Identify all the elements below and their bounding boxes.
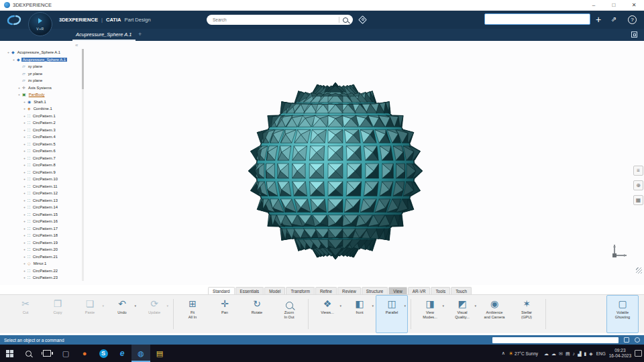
weather-widget[interactable]: 27°C Sunny	[508, 351, 538, 357]
ribbon-button-ambience-and-camera[interactable]: ◉Ambience and Camera	[478, 295, 511, 333]
volume-icon[interactable]: ♪	[573, 351, 576, 356]
mail-icon[interactable]: ✉	[559, 351, 563, 356]
ribbon-button-views[interactable]: ❖▾Views...	[311, 295, 343, 333]
tree-item-circpattern-12[interactable]: +∷CircPattern.12	[5, 190, 80, 197]
ribbon-button-view-modes[interactable]: ◨▾View Modes...	[414, 295, 446, 333]
tree-item-circpattern-15[interactable]: +∷CircPattern.15	[5, 211, 80, 219]
clock[interactable]: 09:23 16-04-2023	[609, 348, 631, 359]
new-tab-button[interactable]: +	[138, 29, 142, 41]
ribbon-button-cut[interactable]: ✂Cut	[9, 295, 42, 333]
axis-triad-icon[interactable]	[610, 239, 629, 258]
tree-item-circpattern-20[interactable]: +∷CircPattern.20	[5, 246, 80, 253]
cloud-icon[interactable]: ☁	[544, 351, 549, 356]
ribbon-button-visual-quality[interactable]: ◩▾Visual Quality...	[446, 295, 478, 333]
ribbon-button-rotate[interactable]: ↻Rotate	[241, 295, 273, 333]
language-indicator[interactable]: ENG	[596, 351, 606, 356]
tree-item-acupressure-sphere-a-1[interactable]: +◆Acupressure_Sphere A.1	[5, 49, 80, 56]
dropdown-arrow-icon[interactable]: ▾	[102, 304, 104, 308]
dropdown-arrow-icon[interactable]: ▾	[372, 304, 374, 308]
help-globe-icon[interactable]	[628, 15, 637, 24]
ribbon-tab-essentials[interactable]: Essentials	[235, 287, 264, 294]
restore-layout-icon[interactable]	[631, 32, 637, 38]
tree-item-circpattern-4[interactable]: +∷CircPattern.4	[5, 133, 80, 141]
ribbon-button-update[interactable]: ⟳▾Update	[138, 295, 170, 333]
ribbon-tab-transform[interactable]: Transform	[286, 287, 314, 294]
ribbon-tab-ar-vr[interactable]: AR-VR	[408, 287, 431, 294]
command-input[interactable]	[492, 337, 619, 343]
battery-icon[interactable]: ▮	[584, 351, 586, 356]
task-view-button[interactable]	[38, 345, 56, 362]
resize-handle-icon[interactable]	[636, 267, 642, 274]
dropdown-arrow-icon[interactable]: ▾	[339, 304, 341, 308]
app-window-icon[interactable]: ▢	[56, 345, 75, 362]
tree-item-xy-plane[interactable]: ▱xy plane	[5, 63, 80, 70]
browser-icon[interactable]: ●	[75, 345, 94, 362]
dropdown-arrow-icon[interactable]: ▾	[134, 304, 136, 308]
tree-item-circpattern-1[interactable]: +∷CircPattern.1	[5, 113, 80, 120]
edge-icon[interactable]: e	[113, 345, 131, 362]
collapse-tree-icon[interactable]	[75, 42, 78, 48]
tree-item-circpattern-23[interactable]: +∷CircPattern.23	[5, 274, 80, 282]
tree-scrollbar[interactable]	[82, 49, 84, 281]
share-icon[interactable]	[609, 15, 619, 24]
ribbon-button-front[interactable]: ◧▾front	[343, 295, 376, 333]
tray-expand-icon[interactable]	[502, 351, 505, 356]
ribbon-button-undo[interactable]: ↶▾Undo	[106, 295, 138, 333]
tree-item-circpattern-13[interactable]: +∷CircPattern.13	[5, 197, 80, 204]
tree-item-mirror-1[interactable]: +◇Mirror.1	[5, 260, 80, 267]
maximize-button[interactable]	[604, 0, 624, 11]
add-content-button[interactable]: +	[593, 11, 604, 29]
ribbon-tab-review[interactable]: Review	[337, 287, 361, 294]
tree-scrollbar-thumb[interactable]	[82, 49, 84, 89]
3d-compass-widget[interactable]: V+R	[28, 12, 52, 36]
tree-item-circpattern-11[interactable]: +∷CircPattern.11	[5, 183, 80, 190]
ribbon-tab-view[interactable]: View	[388, 287, 407, 294]
ribbon-button-copy[interactable]: ❐Copy	[42, 295, 74, 333]
tree-item-circpattern-5[interactable]: +∷CircPattern.5	[5, 141, 80, 148]
ribbon-tab-standard[interactable]: Standard	[208, 287, 235, 294]
taskbar-search-button[interactable]	[19, 345, 38, 362]
tree-item-circpattern-18[interactable]: +∷CircPattern.18	[5, 232, 80, 239]
ribbon-button-pan[interactable]: ✛Pan	[209, 295, 241, 333]
3d-viewport[interactable]: +◆Acupressure_Sphere A.1+◆Acupressure_Sp…	[0, 41, 644, 285]
tree-item-acupressure-sphere-a-1[interactable]: +◆Acupressure_Sphere A.1	[5, 56, 80, 64]
tree-item-circpattern-16[interactable]: +∷CircPattern.16	[5, 218, 80, 225]
tree-item-circpattern-8[interactable]: +∷CircPattern.8	[5, 162, 80, 169]
tree-item-axis-systems[interactable]: +✛Axis Systems	[5, 84, 80, 92]
3dexperience-icon[interactable]: ◍	[131, 345, 150, 362]
minimize-button[interactable]	[584, 0, 604, 11]
display-icon[interactable]: ▤	[566, 351, 570, 356]
tree-item-zx-plane[interactable]: ▱zx plane	[5, 77, 80, 84]
acupressure-sphere-model[interactable]	[228, 64, 443, 278]
tree-item-circpattern-14[interactable]: +∷CircPattern.14	[5, 204, 80, 211]
ribbon-button-zoom-in-out[interactable]: Zoom In Out	[273, 295, 305, 333]
tree-item-circpattern-2[interactable]: +∷CircPattern.2	[5, 119, 80, 127]
document-tab[interactable]: Acupressure_Sphere A.1	[72, 29, 136, 41]
shield-icon[interactable]: ◈	[589, 351, 592, 356]
dropdown-arrow-icon[interactable]: ▾	[474, 304, 476, 308]
ribbon-tab-tools[interactable]: Tools	[431, 287, 450, 294]
tree-item-circpattern-7[interactable]: +∷CircPattern.7	[5, 155, 80, 162]
tree-item-circpattern-19[interactable]: +∷CircPattern.19	[5, 239, 80, 247]
ribbon-button-stellar-gpu[interactable]: ✶Stellar (GPU)	[511, 295, 543, 333]
status-help-icon[interactable]	[635, 337, 640, 343]
tree-item-circpattern-22[interactable]: +∷CircPattern.22	[5, 267, 80, 275]
tree-item-circpattern-6[interactable]: +∷CircPattern.6	[5, 147, 80, 155]
tree-item-circpattern-9[interactable]: +∷CircPattern.9	[5, 169, 80, 176]
tree-item-yz-plane[interactable]: ▱yz plane	[5, 70, 80, 78]
tree-item-shaft-1[interactable]: +◉Shaft.1	[5, 99, 80, 106]
ribbon-button-parallel[interactable]: ◫▾Parallel	[376, 295, 408, 333]
status-option-icon[interactable]	[624, 337, 629, 343]
close-button[interactable]	[624, 0, 644, 11]
tree-item-combine-1[interactable]: +◈Combine.1	[5, 105, 80, 113]
ribbon-tab-model[interactable]: Model	[264, 287, 285, 294]
ribbon-button-volatile-ghosting[interactable]: ▢Volatile Ghosting	[606, 295, 639, 333]
network-icon[interactable]: ▟	[578, 351, 581, 356]
ribbon-tab-touch[interactable]: Touch	[451, 287, 472, 294]
dropdown-arrow-icon[interactable]: ▾	[442, 304, 444, 308]
search-icon[interactable]	[343, 17, 348, 23]
start-button[interactable]	[0, 345, 19, 362]
panels-icon[interactable]: ≡	[633, 166, 643, 176]
tree-item-circpattern-10[interactable]: +∷CircPattern.10	[5, 176, 80, 183]
dropdown-arrow-icon[interactable]: ▾	[404, 304, 406, 308]
